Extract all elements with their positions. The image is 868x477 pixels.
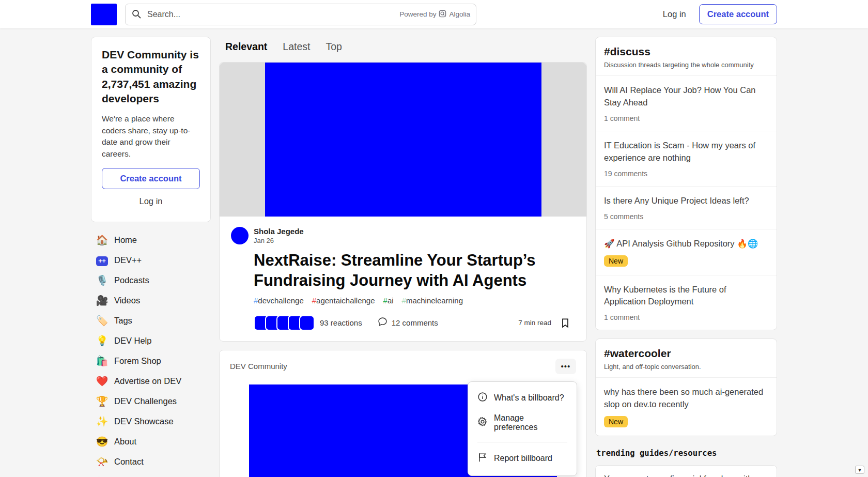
sidebar-create-account-button[interactable]: Create account <box>102 168 200 189</box>
new-badge: New <box>604 255 628 267</box>
post-card: Shola Jegede Jan 26 NextRaise: Streamlin… <box>219 62 587 342</box>
sunglasses-face-icon: 😎 <box>95 436 109 448</box>
home-icon: 🏠 <box>95 234 109 246</box>
discuss-item-5[interactable]: Why Kubernetes is the Future of Applicat… <box>596 275 777 330</box>
read-time: 7 min read <box>518 319 551 327</box>
watercooler-title[interactable]: #watercooler <box>604 347 768 360</box>
right-sidebar: #discuss Discussion threads targeting th… <box>595 37 777 477</box>
sidebar-nav: 🏠 Home ++ DEV++ 🎙️ Podcasts 🎥 Videos 🏷️ … <box>91 230 211 477</box>
discuss-card: #discuss Discussion threads targeting th… <box>595 37 777 330</box>
discuss-item-3[interactable]: Is there Any Unique Project Ideas left? … <box>596 187 777 229</box>
tag-icon: 🏷️ <box>95 315 109 327</box>
tab-top[interactable]: Top <box>319 37 348 57</box>
tag-ai[interactable]: #ai <box>383 296 394 305</box>
community-heading: DEV Community is a community of 2,737,45… <box>102 48 200 106</box>
billboard-org-label[interactable]: DEV Community <box>230 362 287 371</box>
main-feed: Relevant Latest Top Shola Jegede Jan 26 … <box>219 37 587 477</box>
tag-agentaichallenge[interactable]: #agentaichallenge <box>312 296 375 305</box>
gear-icon <box>477 417 488 429</box>
sidebar-item-videos[interactable]: 🎥 Videos <box>91 291 211 310</box>
postal-horn-icon: 📯 <box>95 456 109 468</box>
tab-relevant[interactable]: Relevant <box>219 37 273 57</box>
sidebar-item-dev-showcase[interactable]: ✨ DEV Showcase <box>91 412 211 431</box>
sidebar-item-devplusplus[interactable]: ++ DEV++ <box>91 251 211 270</box>
create-account-button[interactable]: Create account <box>699 4 777 24</box>
dev-logo[interactable] <box>91 4 117 25</box>
discuss-item-1[interactable]: Will AI Replace Your Job? How You Can St… <box>596 76 777 131</box>
author-avatar[interactable] <box>231 227 249 244</box>
community-description: We're a place where coders share, stay u… <box>102 113 200 160</box>
discuss-subtitle: Discussion threads targeting the whole c… <box>604 61 768 69</box>
new-badge: New <box>604 416 628 427</box>
feed-tabs: Relevant Latest Top <box>219 37 587 57</box>
sidebar-item-tags[interactable]: 🏷️ Tags <box>91 311 211 330</box>
tag-devchallenge[interactable]: #devchallenge <box>254 296 304 305</box>
login-button[interactable]: Log in <box>655 4 694 24</box>
sidebar-item-dev-help[interactable]: 💡 DEV Help <box>91 331 211 350</box>
sidebar-item-free-postgres[interactable]: 🐘 Free Postgres Database <box>91 472 211 477</box>
sidebar-item-home[interactable]: 🏠 Home <box>91 230 211 250</box>
post-cover-image[interactable] <box>220 63 586 217</box>
lightbulb-icon: 💡 <box>95 335 109 347</box>
sidebar-item-about[interactable]: 😎 About <box>91 432 211 451</box>
menu-item-whats-a-billboard[interactable]: What's a billboard? <box>472 387 572 409</box>
discuss-item-4[interactable]: 🚀 API Analysis Github Repository 🔥🌐 New <box>596 229 777 275</box>
sidebar-item-contact[interactable]: 📯 Contact <box>91 452 211 471</box>
microphone-icon: 🎙️ <box>95 274 109 286</box>
billboard-dropdown-menu: What's a billboard? Manage preferences <box>468 381 577 476</box>
sidebar-item-forem-shop[interactable]: 🛍️ Forem Shop <box>91 351 211 371</box>
comment-icon <box>378 317 388 329</box>
flag-icon <box>477 452 488 465</box>
watercooler-subtitle: Light, and off-topic conversation. <box>604 363 768 371</box>
trending-item-title: You can get your financial freedom with <box>604 474 768 477</box>
left-sidebar: DEV Community is a community of 2,737,45… <box>91 37 211 477</box>
sidebar-item-dev-challenges[interactable]: 🏆 DEV Challenges <box>91 392 211 411</box>
sidebar-login-button[interactable]: Log in <box>102 191 200 211</box>
powered-by-algolia[interactable]: Powered by Algolia <box>399 4 470 25</box>
heart-icon: ❤️ <box>95 375 109 387</box>
menu-item-manage-preferences[interactable]: Manage preferences <box>472 409 572 437</box>
search-bar: Powered by Algolia <box>125 4 476 25</box>
search-icon <box>131 9 142 21</box>
post-date: Jan 26 <box>254 237 304 244</box>
sidebar-item-advertise[interactable]: ❤️ Advertise on DEV <box>91 372 211 391</box>
tag-machinelearning[interactable]: #machinelearning <box>402 296 463 305</box>
reaction-icon <box>299 315 315 331</box>
discuss-title[interactable]: #discuss <box>604 45 768 58</box>
bookmark-icon[interactable] <box>556 314 574 332</box>
info-icon <box>477 392 488 404</box>
sidebar-item-podcasts[interactable]: 🎙️ Podcasts <box>91 271 211 290</box>
trending-card[interactable]: You can get your financial freedom with <box>595 465 777 477</box>
watercooler-card: #watercooler Light, and off-topic conver… <box>595 338 777 436</box>
menu-divider <box>477 442 567 442</box>
trending-heading: trending guides/resources <box>596 449 776 458</box>
shopping-bags-icon: 🛍️ <box>95 355 109 367</box>
top-navbar: Powered by Algolia Log in Create account <box>0 0 868 28</box>
menu-item-report-billboard[interactable]: Report billboard <box>472 448 572 469</box>
scroll-down-icon[interactable]: ▾ <box>855 466 864 474</box>
reactions-count[interactable]: 93 reactions <box>320 318 362 327</box>
watercooler-item-1[interactable]: why has there been so much ai-generated … <box>596 378 777 436</box>
devplusplus-icon: ++ <box>96 256 108 266</box>
author-name[interactable]: Shola Jegede <box>254 227 304 236</box>
broken-image-placeholder <box>265 63 541 217</box>
reaction-icons[interactable] <box>254 315 315 331</box>
algolia-icon <box>439 10 446 19</box>
trophy-icon: 🏆 <box>95 395 109 407</box>
community-intro-card: DEV Community is a community of 2,737,45… <box>91 37 211 222</box>
camera-icon: 🎥 <box>95 295 109 306</box>
comments-link[interactable]: 12 comments <box>378 317 438 329</box>
tab-latest[interactable]: Latest <box>276 37 316 57</box>
post-title[interactable]: NextRaise: Streamline Your Startup’s Fun… <box>254 251 574 291</box>
sparkles-icon: ✨ <box>95 416 109 427</box>
ellipsis-menu-button[interactable]: ••• <box>555 359 576 374</box>
discuss-item-2[interactable]: IT Education is Scam - How my years of e… <box>596 131 777 187</box>
billboard-card: DEV Community ••• What's a billboard? <box>219 350 587 477</box>
post-tags: #devchallenge #agentaichallenge #ai #mac… <box>254 296 574 305</box>
